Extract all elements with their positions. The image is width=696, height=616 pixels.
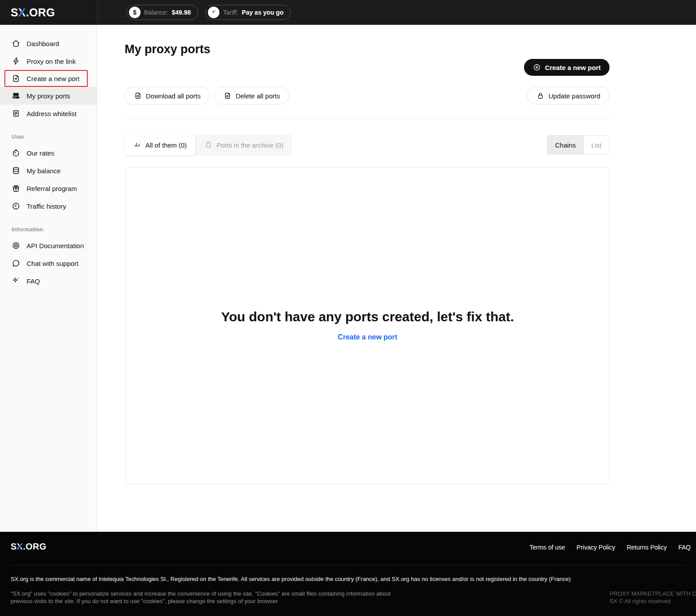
sidebar-item-label: My balance [27, 167, 61, 175]
page-title: My proxy ports [125, 43, 211, 56]
sidebar-item-label: Proxy on the link [27, 58, 76, 65]
sidebar-item-label: FAQ [27, 277, 40, 285]
header-pills: $ Balance: $49.98 Tariff: Pay as you go [126, 5, 291, 20]
sidebar-item-dashboard[interactable]: Dashboard [0, 35, 97, 52]
sidebar-item-my-balance[interactable]: My balance [0, 162, 97, 179]
sidebar-item-label: API Documentation [27, 242, 84, 250]
chat-icon [12, 259, 20, 268]
gift-icon [12, 184, 20, 193]
server-icon [12, 91, 20, 100]
footer-link-terms[interactable]: Terms of use [529, 544, 565, 551]
logo-text: SX.ORG [11, 6, 55, 19]
download-all-ports-button[interactable]: Download all ports [125, 87, 210, 105]
sidebar-item-faq[interactable]: FAQ [0, 272, 97, 290]
port-actions-row: Download all ports Delete all ports [125, 87, 289, 105]
footer-tagline-block: PROXY MARKETPLACE WITH CLEA SX © All rig… [610, 590, 696, 605]
delete-all-ports-button[interactable]: Delete all ports [214, 87, 289, 105]
sidebar-item-label: Address whitelist [27, 110, 77, 117]
footer-copyright: SX © All rights reserved [610, 597, 696, 605]
sidebar-item-our-rates[interactable]: Our rates [0, 144, 97, 162]
sidebar-item-my-proxy-ports[interactable]: My proxy ports [0, 87, 97, 105]
view-toggle-chains[interactable]: Chains [547, 136, 583, 154]
target-icon [12, 241, 20, 250]
dollar-circle-icon: $ [129, 7, 141, 18]
document-lines-icon [12, 109, 20, 118]
plus-circle-icon [533, 63, 541, 71]
footer-links: Terms of use Privacy Policy Returns Poli… [529, 544, 691, 551]
footer: SX.ORG Terms of use Privacy Policy Retur… [0, 532, 696, 616]
footer-legal-line: SX.org is the commercial name of Inteleq… [11, 576, 571, 582]
database-icon [12, 166, 20, 175]
footer-link-faq[interactable]: FAQ [678, 544, 691, 551]
file-plus-icon [12, 74, 20, 83]
empty-state-title: You don't have any ports created, let's … [221, 309, 514, 324]
scroll-icon [134, 92, 142, 100]
scroll-icon [223, 92, 231, 100]
sidebar-item-referral-program[interactable]: Referral program [0, 179, 97, 197]
delete-all-ports-label: Delete all ports [235, 92, 280, 100]
footer-divider [11, 565, 685, 565]
tab-label: Ports in the archive (0) [216, 141, 283, 149]
gauge-icon [12, 148, 20, 157]
tariff-pill[interactable]: Tariff: Pay as you go [205, 5, 291, 20]
tariff-value: Pay as you go [242, 9, 283, 16]
sidebar-item-address-whitelist[interactable]: Address whitelist [0, 105, 97, 122]
bar-chart-icon [133, 141, 141, 149]
balance-value: $49.98 [172, 9, 191, 16]
main-content: My proxy ports Create a new port Downloa… [98, 25, 696, 532]
create-new-port-label: Create a new port [545, 64, 601, 71]
page: SX.ORG $ Balance: $49.98 Tariff: Pay as … [0, 0, 696, 616]
sidebar-item-proxy-on-link[interactable]: Proxy on the link [0, 52, 97, 70]
sparkle-icon [12, 277, 20, 285]
sidebar-item-traffic-history[interactable]: Traffic history [0, 197, 97, 215]
tab-label: All of them (0) [145, 141, 187, 149]
view-toggle: Chains List [547, 135, 610, 155]
section-divider [125, 118, 610, 119]
sidebar-item-label: Referral program [27, 185, 77, 192]
view-toggle-list[interactable]: List [583, 136, 609, 154]
sidebar-item-api-documentation[interactable]: API Documentation [0, 237, 97, 254]
top-bar: SX.ORG $ Balance: $49.98 Tariff: Pay as … [0, 0, 696, 25]
sidebar-item-create-new-port[interactable]: Create a new port [4, 70, 88, 87]
sidebar-item-label: Dashboard [27, 40, 59, 47]
sidebar-item-label: Traffic history [27, 203, 66, 210]
sidebar-item-label: My proxy ports [27, 92, 70, 100]
balance-label: Balance: [144, 9, 168, 16]
empty-state-create-link[interactable]: Create a new port [338, 333, 397, 341]
footer-cookie-text: "SX.org" uses "cookies" to personalize s… [11, 590, 401, 605]
tariff-label: Tariff: [223, 9, 238, 16]
ports-tabs: All of them (0) Ports in the archive (0) [125, 134, 292, 156]
lightning-icon [12, 57, 20, 66]
update-password-button[interactable]: Update password [527, 87, 610, 105]
tab-ports-in-archive[interactable]: Ports in the archive (0) [196, 134, 292, 156]
sidebar-section-user: User [0, 122, 97, 144]
ports-empty-card: You don't have any ports created, let's … [125, 167, 610, 484]
footer-tagline: PROXY MARKETPLACE WITH CLEA [610, 590, 696, 597]
clipboard-icon [204, 141, 212, 149]
clock-icon [12, 202, 20, 211]
sidebar-item-label: Our rates [27, 149, 55, 157]
download-all-ports-label: Download all ports [146, 92, 200, 100]
footer-logo[interactable]: SX.ORG [11, 542, 47, 552]
sidebar-section-information: Information [0, 215, 97, 237]
create-new-port-button[interactable]: Create a new port [524, 59, 610, 76]
spark-icon [208, 7, 219, 18]
logo[interactable]: SX.ORG [0, 0, 97, 25]
footer-link-returns[interactable]: Returns Policy [627, 544, 667, 551]
lock-icon [536, 92, 544, 100]
footer-link-privacy[interactable]: Privacy Policy [577, 544, 615, 551]
sidebar-item-label: Create a new port [27, 75, 79, 82]
sidebar-item-chat-with-support[interactable]: Chat with support [0, 254, 97, 272]
update-password-label: Update password [548, 92, 600, 100]
home-icon [12, 39, 20, 48]
sidebar-item-label: Chat with support [27, 260, 78, 267]
tab-all-of-them[interactable]: All of them (0) [125, 134, 196, 156]
sidebar: Dashboard Proxy on the link Create a new… [0, 25, 97, 532]
balance-pill[interactable]: $ Balance: $49.98 [126, 5, 198, 20]
